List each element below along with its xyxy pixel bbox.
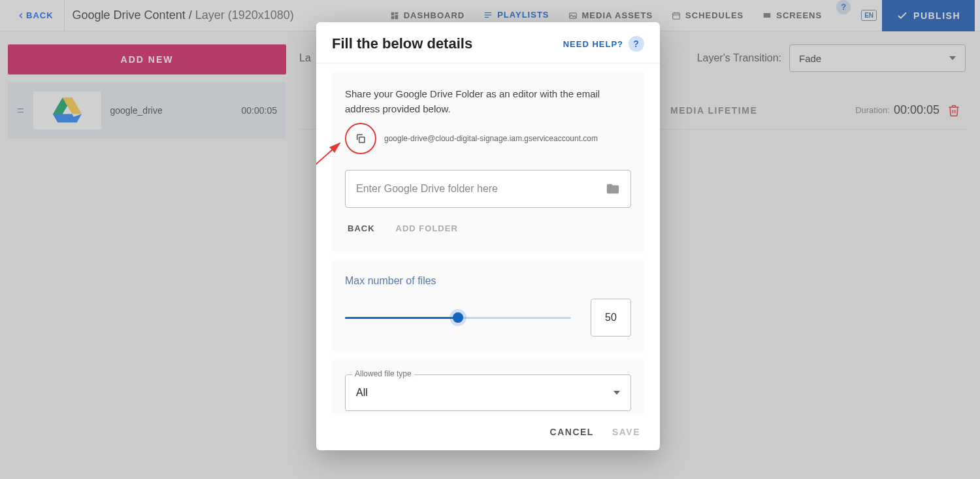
allowed-type-value: All	[356, 387, 368, 399]
max-files-value[interactable]: 50	[591, 299, 631, 337]
max-files-slider[interactable]	[345, 312, 571, 323]
annotation-arrow-icon	[316, 131, 359, 190]
modal-back-button[interactable]: BACK	[348, 223, 375, 233]
folder-buttons: BACK ADD FOLDER	[345, 223, 631, 237]
help-icon: ?	[629, 36, 644, 52]
allowed-type-card: Allowed file type All	[332, 360, 644, 414]
modal-footer: CANCEL SAVE	[316, 414, 660, 450]
details-modal: Fill the below details NEED HELP? ? Shar…	[316, 22, 660, 450]
slider-thumb[interactable]	[453, 312, 463, 323]
max-files-card: Max number of files 50	[332, 261, 644, 351]
share-instructions: Share your Google Drive Folder as an edi…	[345, 87, 631, 116]
folder-input[interactable]	[356, 183, 606, 195]
need-help-label: NEED HELP?	[563, 39, 623, 49]
folder-input-field[interactable]	[345, 170, 631, 208]
cancel-button[interactable]: CANCEL	[550, 427, 594, 437]
allowed-type-select[interactable]: Allowed file type All	[345, 374, 631, 411]
add-folder-button[interactable]: ADD FOLDER	[396, 223, 458, 233]
need-help-link[interactable]: NEED HELP? ?	[563, 36, 644, 52]
slider-row: 50	[345, 299, 631, 337]
folder-icon	[606, 182, 620, 196]
allowed-type-legend: Allowed file type	[352, 369, 414, 378]
save-button[interactable]: SAVE	[612, 427, 640, 437]
service-account-email: google-drive@cloud-digital-signage.iam.g…	[384, 134, 598, 143]
share-card: Share your Google Drive Folder as an edi…	[332, 73, 644, 252]
modal-header: Fill the below details NEED HELP? ?	[316, 22, 660, 63]
svg-rect-14	[359, 137, 365, 142]
modal-title: Fill the below details	[332, 35, 472, 52]
max-files-label: Max number of files	[345, 275, 631, 287]
email-row: google-drive@cloud-digital-signage.iam.g…	[345, 123, 631, 154]
chevron-down-icon	[613, 391, 620, 395]
slider-fill	[345, 317, 458, 319]
modal-body: Share your Google Drive Folder as an edi…	[316, 63, 660, 414]
svg-line-13	[316, 143, 340, 185]
